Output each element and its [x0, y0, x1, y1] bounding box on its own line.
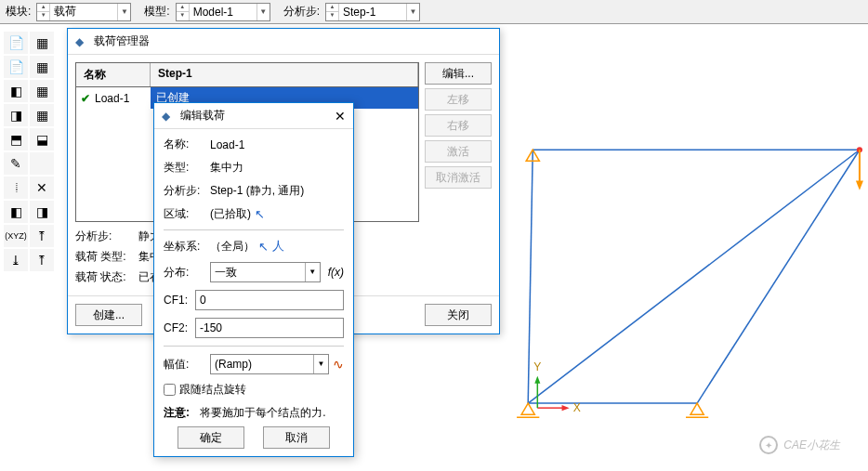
- svg-line-4: [528, 150, 860, 403]
- chevron-down-icon[interactable]: ▼: [117, 4, 130, 20]
- type-value: 集中力: [210, 160, 243, 176]
- chevron-down-icon[interactable]: ▼: [313, 355, 328, 373]
- col-name: 名称: [76, 63, 151, 86]
- amp-label: 幅值:: [164, 357, 206, 373]
- svg-line-3: [697, 150, 860, 403]
- tool-icon[interactable]: ◧: [4, 201, 28, 223]
- model-combo[interactable]: ▲▼ Model-1 ▼: [176, 3, 270, 21]
- move-right-button: 右移: [425, 114, 492, 137]
- spin-up-icon[interactable]: ▲: [326, 4, 338, 13]
- distribution-select[interactable]: 一致▼: [210, 262, 321, 282]
- tool-icon[interactable]: ▦: [30, 80, 54, 102]
- type-label: 类型:: [164, 160, 206, 176]
- close-button[interactable]: 关闭: [425, 304, 492, 326]
- ok-button[interactable]: 确定: [178, 426, 244, 449]
- step-value: Step-1 (静力, 通用): [210, 183, 304, 199]
- fx-icon[interactable]: f(x): [328, 266, 344, 279]
- tool-icon[interactable]: 📄: [4, 32, 28, 54]
- edit-load-dialog: 编辑载荷 ✕ 名称:Load-1 类型:集中力 分析步:Step-1 (静力, …: [153, 102, 354, 457]
- tool-icon[interactable]: [30, 152, 54, 175]
- tool-icon[interactable]: ✕: [30, 177, 54, 199]
- csys-label: 坐标系:: [164, 239, 206, 255]
- check-icon: ✔: [76, 92, 95, 105]
- follow-rotation-checkbox[interactable]: [164, 384, 176, 396]
- svg-marker-11: [690, 403, 704, 414]
- tool-icon[interactable]: ◨: [30, 201, 54, 223]
- dialog-titlebar[interactable]: 编辑载荷 ✕: [154, 103, 353, 129]
- edit-button[interactable]: 编辑...: [425, 62, 492, 85]
- activate-button: 激活: [425, 140, 492, 163]
- pick-cursor-icon[interactable]: ↖: [258, 240, 269, 254]
- create-button[interactable]: 创建...: [75, 304, 142, 326]
- spin-up-icon[interactable]: ▲: [177, 4, 189, 13]
- app-logo-icon: [75, 35, 88, 48]
- info-type-label: 载荷 类型:: [75, 246, 131, 267]
- close-icon[interactable]: ✕: [335, 109, 346, 124]
- xyz-icon[interactable]: (XYZ): [4, 225, 28, 247]
- amplitude-create-icon[interactable]: ∿: [333, 357, 344, 372]
- follow-rotation-label: 跟随结点旋转: [179, 382, 246, 398]
- spin-up-icon[interactable]: ▲: [37, 4, 49, 13]
- module-value: 载荷: [50, 4, 117, 20]
- dialog-titlebar[interactable]: 载荷管理器: [68, 29, 499, 55]
- left-toolbar: 📄 ▦ 📄 ▦ ◧ ▦ ◨ ▦ ⬒ ⬓ ✎ ⸽ ✕ ◧ ◨ (XYZ) ⤒ ⤓ …: [2, 30, 59, 273]
- tool-icon[interactable]: ▦: [30, 104, 54, 126]
- tool-icon[interactable]: ⤓: [4, 249, 28, 271]
- info-state-label: 载荷 状态:: [75, 267, 131, 287]
- col-step: Step-1: [151, 63, 418, 86]
- name-label: 名称:: [164, 137, 206, 152]
- tool-icon[interactable]: ▦: [30, 32, 54, 54]
- cancel-button[interactable]: 取消: [263, 426, 330, 449]
- dist-label: 分布:: [164, 265, 206, 281]
- module-combo[interactable]: ▲▼ 载荷 ▼: [36, 3, 131, 21]
- model-value: Model-1: [190, 6, 256, 19]
- chevron-down-icon[interactable]: ▼: [406, 4, 419, 20]
- region-label: 区域:: [164, 206, 206, 222]
- cf2-label: CF2:: [164, 321, 191, 334]
- wechat-icon: ✦: [759, 436, 778, 454]
- model-label: 模型:: [144, 4, 169, 20]
- step-label: 分析步:: [283, 4, 320, 20]
- amplitude-select[interactable]: (Ramp)▼: [210, 354, 329, 374]
- cf1-input[interactable]: [195, 290, 344, 310]
- tool-icon[interactable]: ⬓: [30, 128, 54, 150]
- cf1-label: CF1:: [164, 294, 191, 307]
- region-value: (已拾取): [210, 206, 251, 222]
- svg-marker-14: [562, 405, 570, 411]
- spin-down-icon[interactable]: ▼: [37, 12, 49, 20]
- spin-down-icon[interactable]: ▼: [326, 12, 338, 20]
- tool-icon[interactable]: ◧: [4, 80, 28, 102]
- step-combo[interactable]: ▲▼ Step-1 ▼: [325, 3, 420, 21]
- tool-icon[interactable]: ▦: [30, 56, 54, 78]
- spin-down-icon[interactable]: ▼: [177, 12, 189, 20]
- chevron-down-icon[interactable]: ▼: [256, 4, 270, 20]
- module-label: 模块:: [6, 4, 31, 20]
- watermark-text: CAE小花生: [783, 438, 840, 453]
- axis-y-label: Y: [533, 360, 541, 373]
- note-value: 将要施加于每个结点的力.: [200, 405, 325, 421]
- tool-icon[interactable]: 📄: [4, 56, 28, 78]
- tool-icon[interactable]: ✎: [4, 152, 28, 175]
- svg-line-1: [528, 150, 533, 403]
- move-left-button: 左移: [425, 88, 492, 111]
- row-name: Load-1: [95, 89, 151, 108]
- csys-edit-icon[interactable]: 人: [272, 238, 284, 255]
- chevron-down-icon[interactable]: ▼: [305, 263, 320, 281]
- tool-icon[interactable]: ⸽: [4, 177, 28, 199]
- app-logo-icon: [162, 110, 175, 123]
- pick-cursor-icon[interactable]: ↖: [255, 207, 265, 221]
- tool-icon[interactable]: ⤒: [30, 249, 54, 271]
- name-value: Load-1: [210, 138, 244, 151]
- step-label: 分析步:: [164, 183, 206, 199]
- cf2-input[interactable]: [195, 318, 344, 338]
- svg-marker-9: [521, 403, 534, 414]
- graphics-viewport[interactable]: X Y: [509, 56, 866, 469]
- tool-icon[interactable]: ⬒: [4, 128, 28, 150]
- svg-marker-16: [534, 376, 540, 384]
- csys-value: （全局）: [210, 239, 255, 255]
- svg-marker-7: [856, 181, 863, 190]
- axis-icon[interactable]: ⤒: [30, 225, 54, 247]
- note-label: 注意:: [164, 405, 190, 421]
- dialog-title: 载荷管理器: [94, 33, 150, 49]
- tool-icon[interactable]: ◨: [4, 104, 28, 126]
